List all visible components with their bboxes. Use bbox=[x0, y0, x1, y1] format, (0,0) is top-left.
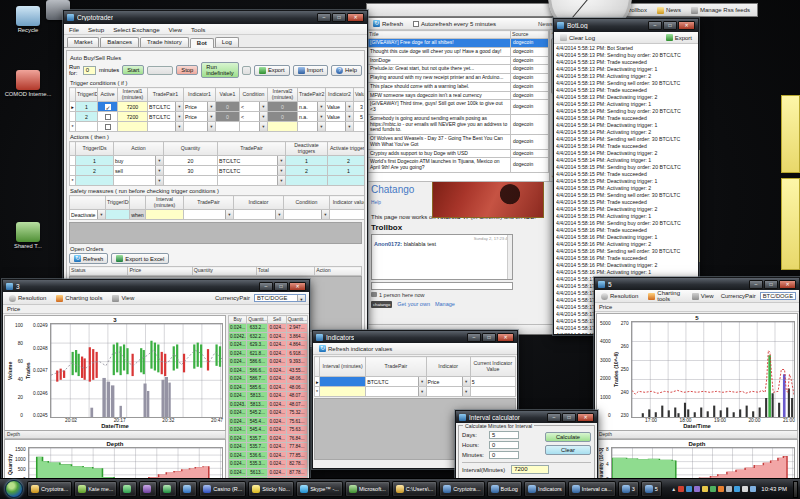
calculator-titlebar[interactable]: Interval calculator – □ ✕ bbox=[456, 411, 597, 423]
run-minutes-input[interactable]: 0 bbox=[83, 66, 96, 75]
tab[interactable]: Log bbox=[215, 37, 239, 47]
indicator1-dropdown[interactable]: Price▾ bbox=[184, 112, 216, 122]
start-button[interactable]: Start bbox=[122, 65, 144, 75]
orderbook-row[interactable]: 0.024... 585.6... 0.024... 48.06... bbox=[229, 383, 308, 392]
depth-splitter[interactable]: Depth bbox=[596, 431, 798, 439]
taskbar-item[interactable]: Cryptotra... bbox=[439, 481, 484, 497]
indicator-row-new[interactable]: * ▾ ▾ bbox=[315, 387, 516, 397]
tradepair1-dropdown[interactable]: BTC/LTC▾ bbox=[148, 102, 184, 112]
botlog-titlebar[interactable]: BotLog – □ ✕ bbox=[554, 19, 698, 32]
news-item-row[interactable]: World's first Dogecoin ATM launches in T… bbox=[368, 158, 549, 173]
orderbook-row[interactable]: 0.024... 536.6... 0.024... 77.85... bbox=[229, 451, 308, 460]
quantity-cell[interactable]: 20 bbox=[164, 156, 218, 166]
news-item-row[interactable]: Cryptsy adds support to buy Doge with US… bbox=[368, 149, 549, 158]
currencypair-select[interactable]: BTC/DOGE ▾ bbox=[254, 294, 306, 302]
chat-scrollbar[interactable] bbox=[507, 235, 512, 279]
taskbar-item[interactable]: 3 bbox=[618, 481, 639, 497]
taskbar-item[interactable]: Sticky No... bbox=[248, 481, 294, 497]
close-button[interactable]: ✕ bbox=[497, 333, 514, 342]
indicator2-dropdown[interactable]: ▾ bbox=[326, 122, 354, 132]
minimize-button[interactable]: – bbox=[547, 413, 561, 422]
taskbar-clock[interactable]: 10:43 PM bbox=[761, 486, 787, 492]
currencypair-select[interactable]: BTC/DOGE bbox=[760, 292, 796, 300]
news-item-row[interactable]: Playing around with my new receipt print… bbox=[368, 74, 549, 83]
orderbook-row[interactable]: 0.024... 621.8... 0.024... 6.918... bbox=[229, 349, 308, 358]
orderbook-row[interactable]: 0.0243... 5813... 0.024... 48.07... bbox=[229, 400, 308, 409]
taskbar-item[interactable] bbox=[119, 481, 137, 497]
orderbook-row[interactable]: 0.024... 586.6... 0.024... 9.393... bbox=[229, 358, 308, 367]
maximize-button[interactable]: □ bbox=[332, 13, 346, 22]
action-dropdown[interactable]: ▾ bbox=[114, 176, 164, 186]
autorefresh-checkbox[interactable]: Autorefresh every 5 minutes bbox=[410, 19, 499, 29]
chatango-logo[interactable]: chatango bbox=[371, 301, 392, 308]
news-tab-button[interactable]: News bbox=[654, 5, 684, 16]
news-col-source[interactable]: Source bbox=[510, 31, 548, 39]
safety-indicator-dropdown[interactable]: ▾ bbox=[234, 210, 284, 220]
indicator1-dropdown[interactable]: Price▾ bbox=[184, 102, 216, 112]
desktop-icon-comod[interactable]: COMOD Interne... bbox=[0, 70, 56, 97]
menu-item[interactable]: Tools bbox=[191, 26, 205, 33]
indicator2-dropdown[interactable]: Value▾ bbox=[326, 112, 354, 122]
chart3-titlebar[interactable]: 3 – □ ✕ bbox=[3, 280, 309, 292]
charting-tools-button[interactable]: Charting tools bbox=[53, 293, 105, 304]
tradepair1-dropdown[interactable]: ▾ bbox=[148, 122, 184, 132]
menu-item[interactable]: Select Exchange bbox=[113, 26, 159, 33]
taskbar-item[interactable]: Skype™ -... bbox=[296, 481, 343, 497]
minimize-button[interactable]: – bbox=[259, 282, 273, 291]
export-to-excel-button[interactable]: Export to Excel bbox=[111, 253, 169, 264]
news-item-row[interactable]: IronDoge dogecoin bbox=[368, 56, 549, 65]
orderbook-row[interactable]: 0.024... 545.4... 0.024... 75.63... bbox=[229, 426, 308, 435]
minimize-button[interactable]: – bbox=[467, 333, 481, 342]
taskbar-item[interactable]: Interval ca... bbox=[568, 481, 616, 497]
tradepair-dropdown[interactable]: BTC/LTC▾ bbox=[218, 156, 286, 166]
view-button[interactable]: View bbox=[689, 291, 717, 302]
tray-icon[interactable] bbox=[678, 486, 684, 492]
tradepair2-dropdown[interactable]: n.a.▾ bbox=[298, 112, 326, 122]
import-button[interactable]: Import bbox=[293, 65, 328, 76]
taskbar-item[interactable] bbox=[159, 481, 177, 497]
indicator-dropdown[interactable]: Price▾ bbox=[426, 377, 470, 387]
interval1-cell[interactable]: 7200 bbox=[118, 112, 148, 122]
action-row-1[interactable]: 1 buy▾ 20 BTC/LTC▾ 1 2 bbox=[70, 156, 366, 166]
maximize-button[interactable]: □ bbox=[562, 413, 576, 422]
resolution-button[interactable]: Resolution bbox=[6, 293, 49, 304]
cryptotrader-titlebar[interactable]: Cryptotrader – □ ✕ bbox=[64, 11, 367, 24]
tradepair2-dropdown[interactable]: ▾ bbox=[298, 122, 326, 132]
days-input[interactable]: 5 bbox=[489, 431, 519, 439]
maximize-button[interactable]: □ bbox=[482, 333, 496, 342]
tradepair-dropdown[interactable]: BTC/LTC▾ bbox=[218, 166, 286, 176]
safety-condition-dropdown[interactable]: ▾ bbox=[284, 210, 330, 220]
condition-dropdown[interactable]: <▾ bbox=[240, 112, 268, 122]
active-checkbox[interactable] bbox=[98, 112, 118, 122]
news-item-row[interactable]: Of Wolves and Weasels - Day 37 - Going T… bbox=[368, 135, 549, 150]
news-item-row[interactable]: Somebody is going around sending emails … bbox=[368, 114, 549, 134]
news-item-row[interactable]: MFW someone says dogecoin isn't a real c… bbox=[368, 91, 549, 100]
news-item-row[interactable]: This place should come with a warning la… bbox=[368, 82, 549, 91]
close-button[interactable]: ✕ bbox=[678, 21, 695, 30]
tab[interactable]: Market bbox=[67, 37, 99, 47]
close-button[interactable]: ✕ bbox=[779, 280, 796, 289]
trades-plot[interactable] bbox=[50, 323, 223, 418]
orders-refresh-button[interactable]: ↻Refresh bbox=[69, 253, 108, 264]
trigger-row-2[interactable]: 2 7200 BTC/LTC▾ Price▾ 0 <▾ 0 n.a.▾ Valu… bbox=[70, 112, 366, 122]
manage-rss-button[interactable]: Manage Rss feeds bbox=[688, 5, 753, 16]
stop-button[interactable]: Stop bbox=[176, 65, 198, 75]
maximize-button[interactable]: □ bbox=[663, 21, 677, 30]
news-item-row[interactable]: Prelude.io: Great start, but not quite t… bbox=[368, 65, 549, 74]
chatango-manage-link[interactable]: Manage bbox=[435, 301, 455, 307]
orderbook-row[interactable]: 0.024... 535.7... 0.024... 77.84... bbox=[229, 443, 308, 452]
tray-icon[interactable] bbox=[694, 486, 700, 492]
trades-plot[interactable] bbox=[631, 321, 795, 418]
interval1-cell[interactable]: 7200 bbox=[118, 102, 148, 112]
safety-row[interactable]: Deactivate▾ when ▾ ▾ ▾ bbox=[70, 210, 366, 220]
quantity-cell[interactable]: 30 bbox=[164, 166, 218, 176]
action-row-new[interactable]: * ▾ ▾ bbox=[70, 176, 366, 186]
tray-icon[interactable] bbox=[710, 486, 716, 492]
volume-icon[interactable] bbox=[742, 486, 748, 492]
orderbook-row[interactable]: 0.024... 633.2... 0.024... 2.947... bbox=[229, 324, 308, 333]
condition-dropdown[interactable]: <▾ bbox=[240, 102, 268, 112]
show-desktop-button[interactable] bbox=[793, 481, 798, 498]
close-button[interactable]: ✕ bbox=[289, 282, 306, 291]
help-button[interactable]: ?Help bbox=[331, 65, 362, 76]
menu-item[interactable]: Setup bbox=[88, 26, 104, 33]
